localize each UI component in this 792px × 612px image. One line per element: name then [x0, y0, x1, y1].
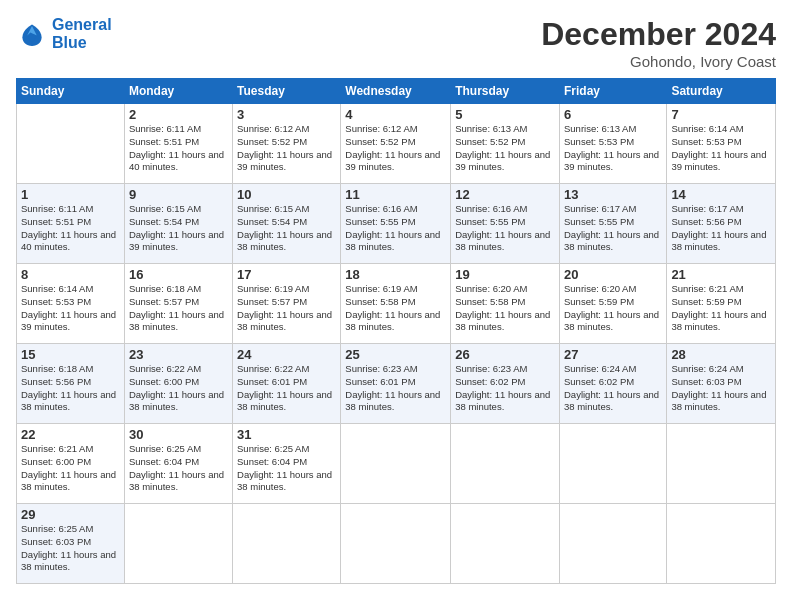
- day-info: Sunrise: 6:21 AM Sunset: 6:00 PM Dayligh…: [21, 443, 120, 494]
- calendar-cell: [451, 504, 560, 584]
- calendar-day-header: Wednesday: [341, 79, 451, 104]
- calendar-cell: 13Sunrise: 6:17 AM Sunset: 5:55 PM Dayli…: [559, 184, 666, 264]
- day-number: 29: [21, 507, 120, 522]
- calendar-cell: 1Sunrise: 6:11 AM Sunset: 5:51 PM Daylig…: [17, 184, 125, 264]
- calendar-cell: [559, 504, 666, 584]
- day-info: Sunrise: 6:16 AM Sunset: 5:55 PM Dayligh…: [345, 203, 446, 254]
- title-block: December 2024 Gohondo, Ivory Coast: [541, 16, 776, 70]
- day-info: Sunrise: 6:24 AM Sunset: 6:03 PM Dayligh…: [671, 363, 771, 414]
- calendar-cell: [559, 424, 666, 504]
- day-info: Sunrise: 6:22 AM Sunset: 6:01 PM Dayligh…: [237, 363, 336, 414]
- calendar-cell: 22Sunrise: 6:21 AM Sunset: 6:00 PM Dayli…: [17, 424, 125, 504]
- day-number: 3: [237, 107, 336, 122]
- calendar-cell: 15Sunrise: 6:18 AM Sunset: 5:56 PM Dayli…: [17, 344, 125, 424]
- day-number: 13: [564, 187, 662, 202]
- day-info: Sunrise: 6:15 AM Sunset: 5:54 PM Dayligh…: [129, 203, 228, 254]
- day-number: 6: [564, 107, 662, 122]
- calendar-cell: 24Sunrise: 6:22 AM Sunset: 6:01 PM Dayli…: [233, 344, 341, 424]
- calendar-week-row: 29Sunrise: 6:25 AM Sunset: 6:03 PM Dayli…: [17, 504, 776, 584]
- day-number: 4: [345, 107, 446, 122]
- day-number: 15: [21, 347, 120, 362]
- day-number: 18: [345, 267, 446, 282]
- day-info: Sunrise: 6:17 AM Sunset: 5:55 PM Dayligh…: [564, 203, 662, 254]
- calendar-cell: 7Sunrise: 6:14 AM Sunset: 5:53 PM Daylig…: [667, 104, 776, 184]
- day-info: Sunrise: 6:18 AM Sunset: 5:57 PM Dayligh…: [129, 283, 228, 334]
- day-number: 24: [237, 347, 336, 362]
- day-info: Sunrise: 6:12 AM Sunset: 5:52 PM Dayligh…: [345, 123, 446, 174]
- calendar-week-row: 15Sunrise: 6:18 AM Sunset: 5:56 PM Dayli…: [17, 344, 776, 424]
- header: General Blue December 2024 Gohondo, Ivor…: [16, 16, 776, 70]
- calendar-cell: 12Sunrise: 6:16 AM Sunset: 5:55 PM Dayli…: [451, 184, 560, 264]
- day-number: 11: [345, 187, 446, 202]
- calendar-cell: 31Sunrise: 6:25 AM Sunset: 6:04 PM Dayli…: [233, 424, 341, 504]
- day-info: Sunrise: 6:25 AM Sunset: 6:04 PM Dayligh…: [237, 443, 336, 494]
- day-info: Sunrise: 6:25 AM Sunset: 6:04 PM Dayligh…: [129, 443, 228, 494]
- day-info: Sunrise: 6:13 AM Sunset: 5:52 PM Dayligh…: [455, 123, 555, 174]
- day-number: 22: [21, 427, 120, 442]
- day-info: Sunrise: 6:19 AM Sunset: 5:57 PM Dayligh…: [237, 283, 336, 334]
- day-number: 28: [671, 347, 771, 362]
- day-info: Sunrise: 6:19 AM Sunset: 5:58 PM Dayligh…: [345, 283, 446, 334]
- calendar-cell: 29Sunrise: 6:25 AM Sunset: 6:03 PM Dayli…: [17, 504, 125, 584]
- day-info: Sunrise: 6:22 AM Sunset: 6:00 PM Dayligh…: [129, 363, 228, 414]
- calendar-week-row: 1Sunrise: 6:11 AM Sunset: 5:51 PM Daylig…: [17, 184, 776, 264]
- calendar-cell: 3Sunrise: 6:12 AM Sunset: 5:52 PM Daylig…: [233, 104, 341, 184]
- day-info: Sunrise: 6:18 AM Sunset: 5:56 PM Dayligh…: [21, 363, 120, 414]
- day-info: Sunrise: 6:24 AM Sunset: 6:02 PM Dayligh…: [564, 363, 662, 414]
- day-number: 16: [129, 267, 228, 282]
- day-number: 10: [237, 187, 336, 202]
- calendar-day-header: Saturday: [667, 79, 776, 104]
- calendar-cell: 18Sunrise: 6:19 AM Sunset: 5:58 PM Dayli…: [341, 264, 451, 344]
- calendar-cell: 9Sunrise: 6:15 AM Sunset: 5:54 PM Daylig…: [124, 184, 232, 264]
- logo: General Blue: [16, 16, 112, 51]
- day-number: 25: [345, 347, 446, 362]
- day-number: 9: [129, 187, 228, 202]
- day-number: 2: [129, 107, 228, 122]
- day-number: 20: [564, 267, 662, 282]
- calendar-cell: [124, 504, 232, 584]
- logo-text: General Blue: [52, 16, 112, 51]
- day-info: Sunrise: 6:23 AM Sunset: 6:02 PM Dayligh…: [455, 363, 555, 414]
- calendar-cell: 16Sunrise: 6:18 AM Sunset: 5:57 PM Dayli…: [124, 264, 232, 344]
- day-info: Sunrise: 6:20 AM Sunset: 5:58 PM Dayligh…: [455, 283, 555, 334]
- month-title: December 2024: [541, 16, 776, 53]
- calendar-day-header: Monday: [124, 79, 232, 104]
- calendar-cell: 25Sunrise: 6:23 AM Sunset: 6:01 PM Dayli…: [341, 344, 451, 424]
- calendar-cell: 19Sunrise: 6:20 AM Sunset: 5:58 PM Dayli…: [451, 264, 560, 344]
- calendar-week-row: 2Sunrise: 6:11 AM Sunset: 5:51 PM Daylig…: [17, 104, 776, 184]
- day-info: Sunrise: 6:11 AM Sunset: 5:51 PM Dayligh…: [129, 123, 228, 174]
- day-info: Sunrise: 6:16 AM Sunset: 5:55 PM Dayligh…: [455, 203, 555, 254]
- calendar-cell: 23Sunrise: 6:22 AM Sunset: 6:00 PM Dayli…: [124, 344, 232, 424]
- page-container: General Blue December 2024 Gohondo, Ivor…: [0, 0, 792, 612]
- day-info: Sunrise: 6:14 AM Sunset: 5:53 PM Dayligh…: [21, 283, 120, 334]
- calendar-cell: 17Sunrise: 6:19 AM Sunset: 5:57 PM Dayli…: [233, 264, 341, 344]
- day-number: 17: [237, 267, 336, 282]
- calendar-cell: 8Sunrise: 6:14 AM Sunset: 5:53 PM Daylig…: [17, 264, 125, 344]
- calendar-cell: 14Sunrise: 6:17 AM Sunset: 5:56 PM Dayli…: [667, 184, 776, 264]
- day-number: 26: [455, 347, 555, 362]
- calendar-cell: [451, 424, 560, 504]
- day-info: Sunrise: 6:25 AM Sunset: 6:03 PM Dayligh…: [21, 523, 120, 574]
- calendar-cell: [233, 504, 341, 584]
- calendar-day-header: Thursday: [451, 79, 560, 104]
- calendar-cell: 5Sunrise: 6:13 AM Sunset: 5:52 PM Daylig…: [451, 104, 560, 184]
- day-info: Sunrise: 6:20 AM Sunset: 5:59 PM Dayligh…: [564, 283, 662, 334]
- calendar-cell: [341, 504, 451, 584]
- day-info: Sunrise: 6:12 AM Sunset: 5:52 PM Dayligh…: [237, 123, 336, 174]
- calendar-cell: [341, 424, 451, 504]
- calendar-table: SundayMondayTuesdayWednesdayThursdayFrid…: [16, 78, 776, 584]
- day-number: 7: [671, 107, 771, 122]
- day-info: Sunrise: 6:13 AM Sunset: 5:53 PM Dayligh…: [564, 123, 662, 174]
- location: Gohondo, Ivory Coast: [541, 53, 776, 70]
- calendar-week-row: 22Sunrise: 6:21 AM Sunset: 6:00 PM Dayli…: [17, 424, 776, 504]
- calendar-cell: 2Sunrise: 6:11 AM Sunset: 5:51 PM Daylig…: [124, 104, 232, 184]
- day-number: 14: [671, 187, 771, 202]
- day-number: 5: [455, 107, 555, 122]
- calendar-cell: [17, 104, 125, 184]
- day-info: Sunrise: 6:14 AM Sunset: 5:53 PM Dayligh…: [671, 123, 771, 174]
- calendar-cell: [667, 424, 776, 504]
- calendar-cell: [667, 504, 776, 584]
- day-info: Sunrise: 6:17 AM Sunset: 5:56 PM Dayligh…: [671, 203, 771, 254]
- calendar-cell: 10Sunrise: 6:15 AM Sunset: 5:54 PM Dayli…: [233, 184, 341, 264]
- calendar-day-header: Tuesday: [233, 79, 341, 104]
